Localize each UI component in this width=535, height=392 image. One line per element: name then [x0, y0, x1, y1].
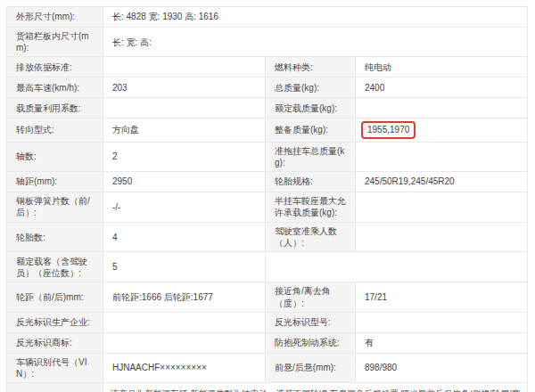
table-row: 轮胎数:4驾驶室准乘人数（人）:: [7, 222, 527, 251]
row-label: 反光标识型号:: [266, 313, 356, 332]
row-value: [103, 333, 266, 353]
other-notes-text: 该产品为新能源车辆,新能源类型为纯电动。选装不同轮辋,车身同色后视镜罩,哑光黑前…: [103, 383, 527, 392]
row-label: 轴距(mm):: [7, 172, 103, 192]
row-label: 轴数:: [7, 143, 103, 171]
row-label: 准拖挂车总质量(kg):: [266, 143, 356, 171]
table-row: 转向型式:方向盘整备质量(kg):1955,1970: [7, 118, 527, 141]
table-row: 载质量利用系数:额定载质量(kg):: [7, 97, 527, 118]
row-label: 接近角/离去角（度）:: [266, 282, 356, 311]
table-row: 钢板弹簧片数（前/后）:-/-半挂车鞍座最大允许承载质量(kg):: [7, 192, 527, 222]
table-row: 排放依据标准:燃料种类:纯电动: [7, 56, 527, 77]
row-value: 长: 4828 宽: 1930 高: 1616: [103, 7, 527, 27]
row-value: 2950: [103, 172, 266, 192]
table-row: 反光标识生产企业:反光标识型号:: [7, 312, 527, 332]
row-value: [356, 98, 527, 118]
row-label: 反光标识商标:: [7, 333, 103, 353]
row-value: 长: 宽: 高:: [103, 28, 527, 56]
table-row: 轮距（前/后)mm:前轮距:1666 后轮距:1677接近角/离去角（度）:17…: [7, 282, 527, 311]
row-label: 最高车速(km/h):: [7, 78, 103, 97]
table-row: 其它:该产品为新能源车辆,新能源类型为纯电动。选装不同轮辋,车身同色后视镜罩,哑…: [7, 382, 527, 392]
row-label: 燃料种类:: [266, 57, 356, 77]
row-label: 轮胎规格:: [266, 172, 356, 192]
row-label: 额定载质量(kg):: [266, 98, 356, 118]
row-value: 2: [103, 143, 266, 171]
table-row: 车辆识别代号（VIN）:HJNAACHF×××××××××前悬/后悬(mm):8…: [7, 353, 527, 382]
row-value: 2400: [356, 78, 527, 97]
row-value: 245/50R19,245/45R20: [356, 172, 527, 192]
row-label: 前悬/后悬(mm):: [266, 354, 356, 382]
table-row: 货箱栏板内尺寸(mm):长: 宽: 高:: [7, 27, 527, 56]
row-value: [103, 57, 266, 77]
row-label: 其它:: [7, 383, 103, 392]
row-label: 驾驶室准乘人数（人）:: [266, 223, 356, 251]
row-value: 纯电动: [356, 57, 527, 77]
row-value: [356, 143, 527, 171]
row-value: 17/21: [356, 282, 527, 311]
row-value: 4: [103, 223, 266, 251]
table-row: 反光标识商标:防抱死制动系统:有: [7, 332, 527, 353]
row-label: 钢板弹簧片数（前/后）:: [7, 192, 103, 222]
empty-cell: [266, 252, 527, 282]
table-row: 轴数:2准拖挂车总质量(kg):: [7, 142, 527, 171]
row-label: 额定载客（含驾驶员）（座位数）:: [7, 252, 103, 282]
row-value: -/-: [103, 192, 266, 222]
row-value: 1955,1970: [356, 118, 527, 141]
row-label: 总质量(kg):: [266, 78, 356, 97]
row-value: [103, 313, 266, 332]
row-label: 反光标识生产企业:: [7, 313, 103, 332]
row-value: 有: [356, 333, 527, 353]
row-value: 898/980: [356, 354, 527, 382]
row-label: 半挂车鞍座最大允许承载质量(kg):: [266, 192, 356, 222]
table-row: 额定载客（含驾驶员）（座位数）:5: [7, 251, 527, 282]
row-value: 203: [103, 78, 266, 97]
row-label: 防抱死制动系统:: [266, 333, 356, 353]
row-value: HJNAACHF×××××××××: [103, 354, 266, 382]
row-label: 外形尺寸(mm):: [7, 7, 103, 27]
row-label: 载质量利用系数:: [7, 98, 103, 118]
row-value: [356, 223, 527, 251]
row-label: 货箱栏板内尺寸(mm):: [7, 28, 103, 56]
table-row: 外形尺寸(mm):长: 4828 宽: 1930 高: 1616: [7, 7, 527, 27]
row-label: 排放依据标准:: [7, 57, 103, 77]
row-value: 方向盘: [103, 118, 266, 141]
row-value: 前轮距:1666 后轮距:1677: [103, 282, 266, 311]
table-row: 轴距(mm):2950轮胎规格:245/50R19,245/45R20: [7, 171, 527, 192]
highlight-box: 1955,1970: [361, 121, 416, 138]
table-row: 最高车速(km/h):203总质量(kg):2400: [7, 77, 527, 97]
row-label: 车辆识别代号（VIN）:: [7, 354, 103, 382]
row-label: 整备质量(kg):: [266, 118, 356, 141]
row-label: 轮胎数:: [7, 223, 103, 251]
vehicle-spec-table: 外形尺寸(mm):长: 4828 宽: 1930 高: 1616货箱栏板内尺寸(…: [6, 6, 528, 392]
row-label: 转向型式:: [7, 118, 103, 141]
row-value: [103, 98, 266, 118]
row-value: 5: [103, 252, 266, 282]
row-value: [356, 192, 527, 222]
row-label: 轮距（前/后)mm:: [7, 282, 103, 311]
row-value: [356, 313, 527, 332]
